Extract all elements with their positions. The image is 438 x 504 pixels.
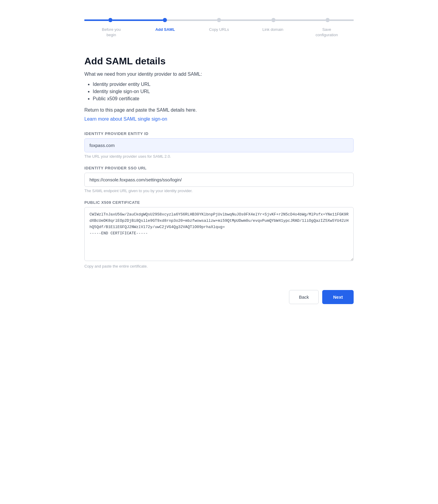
- footer-buttons: Back Next: [84, 283, 354, 304]
- sso-url-hint: The SAML endpoint URL given to you by yo…: [84, 189, 354, 193]
- step-labels-row: Before youbegin Add SAML Copy URLs Link …: [84, 27, 354, 38]
- stepper-track: [84, 18, 354, 22]
- step-dot-3: [217, 18, 221, 22]
- certificate-label: Public x509 certificate: [84, 200, 354, 205]
- track-segment-23: [167, 19, 217, 21]
- step-label-before-you-begin: Before youbegin: [84, 27, 138, 38]
- requirements-list: Identity provider entity URL Identity si…: [84, 82, 354, 101]
- entity-id-field-group: Identity provider Entity ID The URL your…: [84, 131, 354, 159]
- return-text: Return to this page and paste the SAML d…: [84, 107, 354, 113]
- certificate-hint: Copy and paste the entire certificate.: [84, 264, 354, 268]
- entity-id-label: Identity provider Entity ID: [84, 131, 354, 136]
- track-segment-1: [84, 19, 108, 21]
- step-label-link-domain: Link domain: [246, 27, 300, 38]
- page-title: Add SAML details: [84, 56, 354, 67]
- certificate-field-group: Public x509 certificate CWIWzlTnJaxU5Gw/…: [84, 200, 354, 268]
- intro-text: What we need from your identity provider…: [84, 72, 354, 77]
- entity-id-hint: The URL your identity provider uses for …: [84, 154, 354, 159]
- stepper: Before youbegin Add SAML Copy URLs Link …: [84, 18, 354, 38]
- step-dot-1: [108, 18, 112, 22]
- track-segment-34: [221, 19, 271, 21]
- step-dot-2: [163, 18, 167, 22]
- track-segment-end: [330, 19, 354, 21]
- form-container: Identity provider Entity ID The URL your…: [84, 131, 354, 268]
- step-label-add-saml: Add SAML: [138, 27, 192, 38]
- sso-url-input[interactable]: [84, 173, 354, 187]
- learn-more-link[interactable]: Learn more about SAML single sign-on: [84, 116, 354, 122]
- bullet-item-2: Identity single sign-on URL: [93, 89, 354, 94]
- sso-url-field-group: Identity provider SSO URL The SAML endpo…: [84, 166, 354, 193]
- step-dot-5: [326, 18, 330, 22]
- certificate-textarea[interactable]: CWIWzlTnJaxU5Gw/2auCkdgWQsU29S8xcyzla6YS…: [84, 207, 354, 261]
- bullet-item-3: Public x509 certificate: [93, 96, 354, 101]
- entity-id-input[interactable]: [84, 138, 354, 152]
- sso-url-label: Identity provider SSO URL: [84, 166, 354, 170]
- step-label-copy-urls: Copy URLs: [192, 27, 246, 38]
- track-segment-45: [276, 19, 326, 21]
- next-button[interactable]: Next: [322, 290, 354, 304]
- back-button[interactable]: Back: [289, 290, 319, 304]
- step-dot-4: [271, 18, 276, 22]
- step-label-save-configuration: Saveconfiguration: [300, 27, 354, 38]
- page-container: Before youbegin Add SAML Copy URLs Link …: [84, 18, 354, 304]
- bullet-item-1: Identity provider entity URL: [93, 82, 354, 87]
- track-segment-12: [112, 19, 163, 21]
